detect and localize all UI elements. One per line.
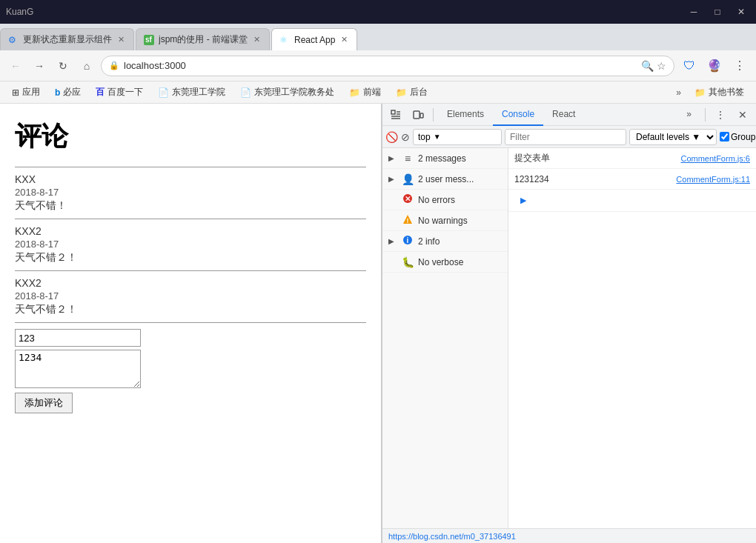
group-checkbox[interactable] — [720, 132, 729, 141]
filter-input[interactable] — [505, 129, 626, 145]
output-link-2[interactable]: CommentForm.js:11 — [676, 175, 750, 184]
reload-button[interactable]: ↻ — [53, 56, 73, 76]
lock-icon: 🔒 — [109, 61, 119, 70]
minimize-button[interactable]: ─ — [685, 4, 703, 19]
tab-react-app[interactable]: ⚛ React App ✕ — [271, 28, 357, 50]
device-toolbar-button[interactable] — [408, 105, 428, 124]
home-button[interactable]: ⌂ — [77, 56, 96, 76]
tab-title-3: React App — [294, 35, 335, 45]
main-area: 评论 KXX 2018-8-17 天气不错！ KXX2 2018-8-17 天气… — [0, 104, 756, 543]
page-content: 评论 KXX 2018-8-17 天气不错！ KXX2 2018-8-17 天气… — [0, 104, 382, 543]
search-icon[interactable]: 🔍 — [641, 60, 654, 72]
bookmark-baidu[interactable]: 百 百度一下 — [90, 84, 149, 100]
shield-icon[interactable]: 🛡 — [679, 56, 700, 76]
group-label: Group — [731, 132, 755, 142]
bookmark-icon[interactable]: ☆ — [657, 60, 666, 72]
tab-update-component[interactable]: ⚙ 更新状态重新显示组件 ✕ — [0, 28, 134, 50]
console-row-verbose[interactable]: ▶ 🐛 No verbose — [382, 252, 508, 273]
comment-3-date: 2018-8-17 — [15, 290, 366, 302]
svg-text:!: ! — [407, 217, 409, 224]
svg-text:i: i — [407, 236, 409, 244]
baidu-icon: 百 — [96, 86, 105, 99]
bookmarks-more-button[interactable]: » — [672, 86, 686, 99]
warnings-label: No warnings — [418, 216, 502, 226]
bookmark-backend[interactable]: 📁 后台 — [390, 84, 434, 100]
tab-console[interactable]: Console — [493, 104, 543, 126]
console-row-info[interactable]: ▶ i 2 info — [382, 231, 508, 252]
comment-1: KXX 2018-8-17 天气不错！ — [15, 173, 366, 213]
footer-url[interactable]: https://blog.csdn.net/m0_37136491 — [388, 532, 516, 541]
errors-label: No errors — [418, 195, 502, 205]
tabbar: ⚙ 更新状态重新显示组件 ✕ sf jspm的使用 - 前端课堂 ✕ ⚛ Rea… — [0, 24, 756, 50]
devtools-toolbar: Elements Console React » ⋮ ✕ — [382, 104, 756, 126]
back-button[interactable]: ← — [6, 56, 25, 76]
tab-close-3[interactable]: ✕ — [339, 33, 349, 46]
close-button[interactable]: ✕ — [732, 4, 750, 19]
console-filter-button[interactable]: ⊘ — [401, 127, 410, 147]
tab-title-1: 更新状态重新显示组件 — [23, 33, 112, 46]
forward-button[interactable]: → — [30, 56, 49, 76]
inspect-element-button[interactable] — [385, 105, 406, 124]
devtools-close-button[interactable]: ✕ — [732, 105, 753, 124]
level-select[interactable]: Default levels ▼ — [629, 129, 717, 145]
toolbar-separator — [433, 108, 434, 121]
devtools-panel: Elements Console React » ⋮ ✕ 🚫 ⊘ top ▼ D… — [382, 104, 756, 543]
bookmark-frontend[interactable]: 📁 前端 — [343, 84, 387, 100]
comment-3: KXX2 2018-8-17 天气不错２！ — [15, 277, 366, 316]
url-bar[interactable]: 🔒 localhost:3000 🔍 ☆ — [101, 56, 674, 76]
output-link-1[interactable]: CommentForm.js:6 — [680, 154, 750, 163]
titlebar-controls: ─ □ ✕ — [685, 4, 750, 19]
menu-icon[interactable]: ⋮ — [729, 56, 750, 76]
comment-1-text: 天气不错！ — [15, 199, 366, 213]
expand-arrow-errors: ▶ — [388, 196, 397, 204]
bookmark-apps[interactable]: ⊞ 应用 — [6, 84, 46, 100]
extension-icon[interactable]: 🔮 — [704, 56, 725, 76]
url-text: localhost:3000 — [124, 60, 637, 71]
svg-rect-0 — [391, 110, 395, 114]
context-selector[interactable]: top ▼ — [413, 129, 502, 145]
toolbar-separator-2 — [705, 108, 706, 121]
content-input[interactable]: 1234 — [15, 350, 141, 388]
divider-3 — [15, 322, 366, 323]
svg-rect-5 — [414, 111, 420, 119]
comment-3-text: 天气不错２！ — [15, 303, 366, 316]
bookmark-bing[interactable]: b 必应 — [49, 84, 87, 100]
console-row-user-messages[interactable]: ▶ 👤 2 user mess... — [382, 169, 508, 190]
maximize-button[interactable]: □ — [709, 4, 726, 19]
tab-more[interactable]: » — [677, 104, 700, 126]
submit-button[interactable]: 添加评论 — [15, 393, 73, 413]
console-row-errors[interactable]: ▶ ✕ No errors — [382, 190, 508, 210]
tab-jspm[interactable]: sf jspm的使用 - 前端课堂 ✕ — [136, 28, 270, 50]
comment-1-user: KXX — [15, 173, 366, 185]
name-input[interactable] — [15, 329, 141, 347]
devtools-settings-button[interactable]: ⋮ — [710, 105, 731, 124]
output-row-1: 提交表单 CommentForm.js:6 — [508, 148, 756, 169]
bookmark-dgut-edu[interactable]: 📄 东莞理工学院教务处 — [234, 84, 340, 100]
console-row-warnings[interactable]: ▶ ! No warnings — [382, 210, 508, 231]
tab-elements[interactable]: Elements — [438, 104, 493, 126]
tab-close-1[interactable]: ✕ — [116, 33, 126, 46]
comment-2-user: KXX2 — [15, 225, 366, 237]
dgut-edu-icon: 📄 — [240, 87, 251, 98]
tab-favicon-2: sf — [144, 35, 154, 45]
bookmarks-bar: ⊞ 应用 b 必应 百 百度一下 📄 东莞理工学院 📄 东莞理工学院教务处 📁 … — [0, 81, 756, 104]
user-icon: 👤 — [402, 173, 414, 185]
tab-favicon-3: ⚛ — [279, 35, 290, 45]
bookmark-others[interactable]: 📁 其他书签 — [689, 84, 750, 100]
context-dropdown-icon: ▼ — [434, 133, 441, 141]
arrow-icon: ▶ — [514, 193, 532, 208]
tab-close-2[interactable]: ✕ — [252, 33, 262, 46]
verbose-icon: 🐛 — [402, 256, 414, 268]
console-row-messages[interactable]: ▶ ≡ 2 messages — [382, 148, 508, 169]
bookmark-dgut[interactable]: 📄 东莞理工学院 — [152, 84, 231, 100]
devtools-footer: https://blog.csdn.net/m0_37136491 — [382, 528, 756, 543]
console-clear-button[interactable]: 🚫 — [385, 127, 398, 147]
tab-react[interactable]: React — [543, 104, 584, 126]
expand-arrow-messages: ▶ — [388, 154, 397, 162]
info-label: 2 info — [418, 236, 502, 247]
output-row-2: 1231234 CommentForm.js:11 — [508, 169, 756, 190]
svg-rect-6 — [420, 113, 423, 118]
comment-form: 1234 添加评论 — [15, 329, 366, 413]
expand-arrow-warnings: ▶ — [388, 216, 397, 224]
folder-icon-1: 📁 — [349, 87, 360, 98]
